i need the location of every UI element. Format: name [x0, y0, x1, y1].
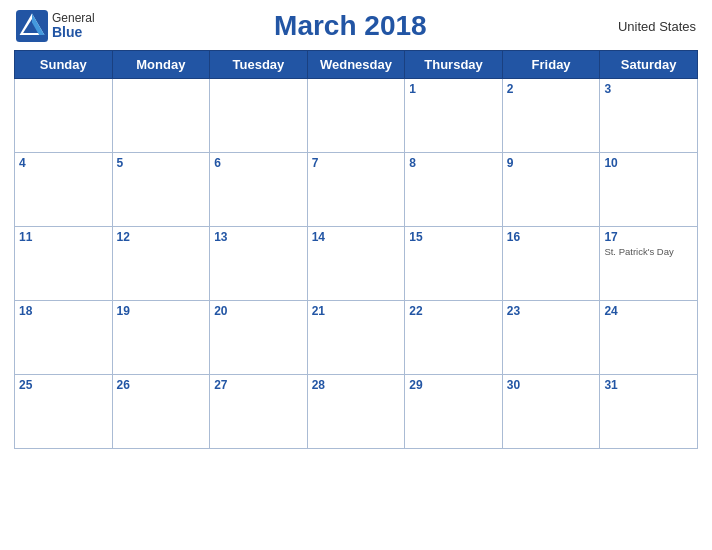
day-number: 14: [312, 230, 401, 244]
calendar-cell: [307, 79, 405, 153]
calendar-cell: [15, 79, 113, 153]
header-friday: Friday: [502, 51, 600, 79]
calendar-cell: 8: [405, 153, 503, 227]
calendar-week-row-4: 18192021222324: [15, 301, 698, 375]
day-number: 23: [507, 304, 596, 318]
day-number: 25: [19, 378, 108, 392]
day-number: 18: [19, 304, 108, 318]
logo-text: General Blue: [52, 12, 95, 41]
day-number: 19: [117, 304, 206, 318]
day-number: 20: [214, 304, 303, 318]
calendar-cell: 31: [600, 375, 698, 449]
header-tuesday: Tuesday: [210, 51, 308, 79]
day-number: 30: [507, 378, 596, 392]
calendar-title: March 2018: [95, 10, 606, 42]
calendar-cell: 19: [112, 301, 210, 375]
day-number: 22: [409, 304, 498, 318]
day-number: 26: [117, 378, 206, 392]
day-event: St. Patrick's Day: [604, 246, 693, 257]
calendar-cell: 20: [210, 301, 308, 375]
calendar-cell: 17St. Patrick's Day: [600, 227, 698, 301]
logo: General Blue: [16, 10, 95, 42]
calendar-cell: 10: [600, 153, 698, 227]
calendar-cell: 11: [15, 227, 113, 301]
calendar-cell: 2: [502, 79, 600, 153]
day-number: 7: [312, 156, 401, 170]
day-number: 3: [604, 82, 693, 96]
day-number: 28: [312, 378, 401, 392]
calendar-cell: 25: [15, 375, 113, 449]
calendar-cell: 21: [307, 301, 405, 375]
day-number: 9: [507, 156, 596, 170]
calendar-cell: 23: [502, 301, 600, 375]
calendar-cell: 24: [600, 301, 698, 375]
header-saturday: Saturday: [600, 51, 698, 79]
calendar-cell: 1: [405, 79, 503, 153]
header-wednesday: Wednesday: [307, 51, 405, 79]
calendar-week-row-5: 25262728293031: [15, 375, 698, 449]
country-label: United States: [606, 19, 696, 34]
calendar-cell: 7: [307, 153, 405, 227]
calendar-cell: 14: [307, 227, 405, 301]
calendar-cell: 4: [15, 153, 113, 227]
calendar-header: General Blue March 2018 United States: [14, 10, 698, 42]
day-number: 2: [507, 82, 596, 96]
calendar-cell: 18: [15, 301, 113, 375]
logo-general: General: [52, 12, 95, 25]
day-number: 17: [604, 230, 693, 244]
day-number: 15: [409, 230, 498, 244]
calendar-cell: 13: [210, 227, 308, 301]
calendar-cell: 12: [112, 227, 210, 301]
calendar-cell: 27: [210, 375, 308, 449]
day-number: 10: [604, 156, 693, 170]
day-number: 4: [19, 156, 108, 170]
header-monday: Monday: [112, 51, 210, 79]
weekday-header-row: Sunday Monday Tuesday Wednesday Thursday…: [15, 51, 698, 79]
day-number: 5: [117, 156, 206, 170]
day-number: 11: [19, 230, 108, 244]
day-number: 12: [117, 230, 206, 244]
day-number: 8: [409, 156, 498, 170]
logo-blue: Blue: [52, 25, 95, 40]
day-number: 24: [604, 304, 693, 318]
day-number: 31: [604, 378, 693, 392]
calendar-week-row-1: 123: [15, 79, 698, 153]
calendar-cell: 9: [502, 153, 600, 227]
calendar-week-row-2: 45678910: [15, 153, 698, 227]
calendar-week-row-3: 11121314151617St. Patrick's Day: [15, 227, 698, 301]
calendar-cell: 28: [307, 375, 405, 449]
day-number: 6: [214, 156, 303, 170]
calendar-cell: 22: [405, 301, 503, 375]
header-sunday: Sunday: [15, 51, 113, 79]
calendar-cell: 5: [112, 153, 210, 227]
calendar-cell: 15: [405, 227, 503, 301]
calendar-cell: 26: [112, 375, 210, 449]
calendar-cell: 16: [502, 227, 600, 301]
calendar-cell: [112, 79, 210, 153]
day-number: 13: [214, 230, 303, 244]
header-thursday: Thursday: [405, 51, 503, 79]
calendar-cell: 3: [600, 79, 698, 153]
generalblue-logo-icon: [16, 10, 48, 42]
calendar-cell: [210, 79, 308, 153]
day-number: 27: [214, 378, 303, 392]
day-number: 29: [409, 378, 498, 392]
calendar-cell: 29: [405, 375, 503, 449]
day-number: 16: [507, 230, 596, 244]
day-number: 21: [312, 304, 401, 318]
calendar-cell: 30: [502, 375, 600, 449]
calendar-page: General Blue March 2018 United States Su…: [0, 0, 712, 550]
calendar-cell: 6: [210, 153, 308, 227]
day-number: 1: [409, 82, 498, 96]
calendar-table: Sunday Monday Tuesday Wednesday Thursday…: [14, 50, 698, 449]
